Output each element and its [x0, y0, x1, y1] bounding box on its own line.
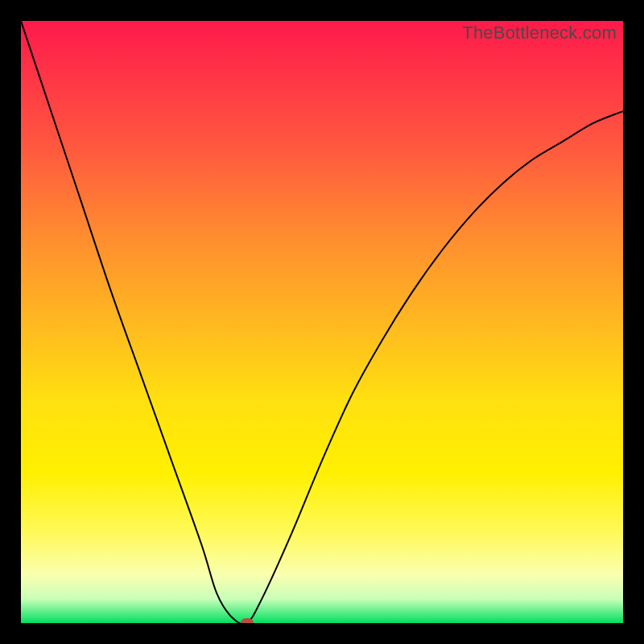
bottleneck-curve — [21, 21, 623, 623]
watermark-text: TheBottleneck.com — [462, 23, 617, 43]
optimum-marker — [241, 618, 254, 623]
chart-plot-area: TheBottleneck.com — [21, 21, 623, 623]
chart-frame: TheBottleneck.com — [0, 0, 644, 644]
